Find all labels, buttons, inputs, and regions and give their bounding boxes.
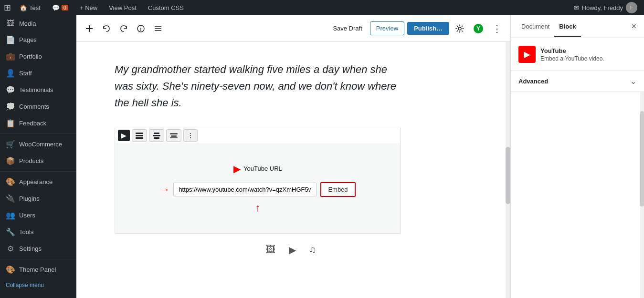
media-icon: 🖼 xyxy=(6,19,15,28)
sidebar-divider xyxy=(0,259,76,259)
message-icon: ✉ xyxy=(574,4,579,11)
youtube-block-icon: ▶ xyxy=(518,46,536,63)
adminbar-custom-css[interactable]: Custom CSS xyxy=(145,0,187,15)
adminbar-view-post[interactable]: View Post xyxy=(106,0,139,15)
yt-block-play-icon: ▶ xyxy=(524,49,530,60)
tab-block[interactable]: Block xyxy=(554,17,581,37)
align-wide-btn[interactable] xyxy=(166,129,181,142)
svg-rect-12 xyxy=(136,135,143,136)
sidebar-item-portfolio[interactable]: 💼 Portfolio xyxy=(0,48,76,65)
panel-close-button[interactable]: × xyxy=(629,20,638,33)
sidebar-item-woocommerce[interactable]: 🛒 WooCommerce xyxy=(0,136,76,153)
more-options-button[interactable]: ⋮ xyxy=(489,20,505,37)
settings-button[interactable] xyxy=(452,21,467,36)
sidebar-item-label: Comments xyxy=(19,103,49,110)
yt-input-row: → Embed xyxy=(129,182,386,197)
view-post-label: View Post xyxy=(109,4,137,11)
sidebar-item-theme-panel[interactable]: 🎨 Theme Panel xyxy=(0,261,76,278)
sidebar-item-users[interactable]: 👥 Users xyxy=(0,207,76,224)
below-block-icons: 🖼 ▶ ♫ xyxy=(115,241,467,258)
adminbar-user[interactable]: ✉ Howdy, Freddy F xyxy=(571,0,640,15)
svg-rect-13 xyxy=(136,137,143,139)
sidebar-item-feedback[interactable]: 📋 Feedback xyxy=(0,115,76,132)
users-icon: 👥 xyxy=(6,211,15,220)
sidebar-item-label: Products xyxy=(19,157,43,164)
yoast-button[interactable]: Y xyxy=(470,21,486,37)
info-button[interactable] xyxy=(134,21,148,36)
block-info: ▶ YouTube Embed a YouTube video. xyxy=(511,38,644,71)
settings-icon: ⚙ xyxy=(6,244,15,253)
svg-text:Y: Y xyxy=(476,25,480,32)
collapse-menu[interactable]: Collapse menu xyxy=(0,278,76,292)
list-view-button[interactable] xyxy=(151,21,165,36)
comment-icon: 💬 xyxy=(52,4,60,11)
sidebar-item-label: Plugins xyxy=(19,195,40,202)
editor-toolbar: Save Draft Preview Publish… Y ⋮ xyxy=(76,15,510,42)
youtube-icon-btn[interactable]: ▶ xyxy=(118,130,130,141)
sidebar-item-products[interactable]: 📦 Products xyxy=(0,153,76,169)
sidebar-item-label: WooCommerce xyxy=(19,141,62,148)
site-name: Test xyxy=(29,4,41,11)
sidebar-item-settings[interactable]: ⚙ Settings xyxy=(0,240,76,257)
sidebar-divider xyxy=(0,171,76,172)
youtube-url-input[interactable] xyxy=(173,183,317,196)
sidebar-item-label: Theme Panel xyxy=(19,266,56,273)
block-name: YouTube xyxy=(540,47,604,54)
adminbar-home[interactable]: 🏠 Test xyxy=(17,0,43,15)
publish-button[interactable]: Publish… xyxy=(407,22,449,35)
sidebar-item-label: Feedback xyxy=(19,120,46,127)
tools-icon: 🔧 xyxy=(6,227,15,236)
sidebar-item-plugins[interactable]: 🔌 Plugins xyxy=(0,190,76,207)
panel-scrollbar[interactable] xyxy=(640,92,644,298)
advanced-section[interactable]: Advanced ⌄ xyxy=(511,71,644,92)
sidebar-item-label: Users xyxy=(19,212,35,219)
home-icon: 🏠 xyxy=(20,4,27,11)
svg-point-4 xyxy=(140,26,141,27)
sidebar-divider xyxy=(0,134,76,134)
yt-url-label: ▶ YouTube URL xyxy=(129,163,386,175)
adminbar-new[interactable]: + New xyxy=(77,0,100,15)
sidebar-item-appearance[interactable]: 🎨 Appearance xyxy=(0,174,76,190)
more-block-options-btn[interactable]: ⋮ xyxy=(183,129,198,142)
comments-icon: 💭 xyxy=(6,102,15,111)
sidebar-item-label: Testimonials xyxy=(19,86,53,93)
editor-scrollbar[interactable] xyxy=(506,42,510,298)
advanced-label: Advanced xyxy=(518,78,548,85)
svg-rect-1 xyxy=(86,28,93,29)
sidebar-item-media[interactable]: 🖼 Media xyxy=(0,15,76,31)
svg-rect-18 xyxy=(171,135,177,137)
woocommerce-icon: 🛒 xyxy=(6,140,15,149)
panel-scrollbar-thumb xyxy=(640,111,644,206)
add-youtube-icon[interactable]: ▶ xyxy=(286,241,299,258)
sidebar-item-testimonials[interactable]: 💬 Testimonials xyxy=(0,82,76,98)
collapse-menu-label: Collapse menu xyxy=(6,282,44,288)
sidebar-item-tools[interactable]: 🔧 Tools xyxy=(0,224,76,240)
comment-count: 0 xyxy=(62,5,68,10)
tab-document[interactable]: Document xyxy=(517,17,554,37)
sidebar-item-comments[interactable]: 💭 Comments xyxy=(0,98,76,115)
embed-button[interactable]: Embed xyxy=(320,182,355,197)
editor-content: My grandmother started walking five mile… xyxy=(76,42,506,298)
adminbar-comments[interactable]: 💬 0 xyxy=(49,0,71,15)
sidebar-item-pages[interactable]: 📄 Pages xyxy=(0,31,76,48)
up-arrow-icon: ↑ xyxy=(255,202,261,214)
editor-scrollbar-thumb xyxy=(506,147,510,204)
undo-button[interactable] xyxy=(99,21,114,36)
add-image-icon[interactable]: 🖼 xyxy=(263,241,278,258)
preview-button[interactable]: Preview xyxy=(370,21,404,35)
align-center-btn[interactable] xyxy=(149,129,164,142)
block-text: YouTube Embed a YouTube video. xyxy=(540,47,604,62)
staff-icon: 👤 xyxy=(6,69,15,78)
sidebar-item-staff[interactable]: 👤 Staff xyxy=(0,65,76,82)
sidebar-item-label: Media xyxy=(19,20,36,27)
theme-panel-icon: 🎨 xyxy=(6,265,15,274)
svg-rect-19 xyxy=(170,137,178,138)
save-draft-button[interactable]: Save Draft xyxy=(328,22,367,35)
redo-button[interactable] xyxy=(116,21,131,36)
pages-icon: 📄 xyxy=(6,35,15,44)
align-default-btn[interactable] xyxy=(132,129,147,142)
add-block-button[interactable] xyxy=(82,21,96,36)
add-spotify-icon[interactable]: ♫ xyxy=(306,241,319,258)
arrow-right-indicator: → xyxy=(160,184,169,195)
more-options-icon: ⋮ xyxy=(492,23,502,34)
